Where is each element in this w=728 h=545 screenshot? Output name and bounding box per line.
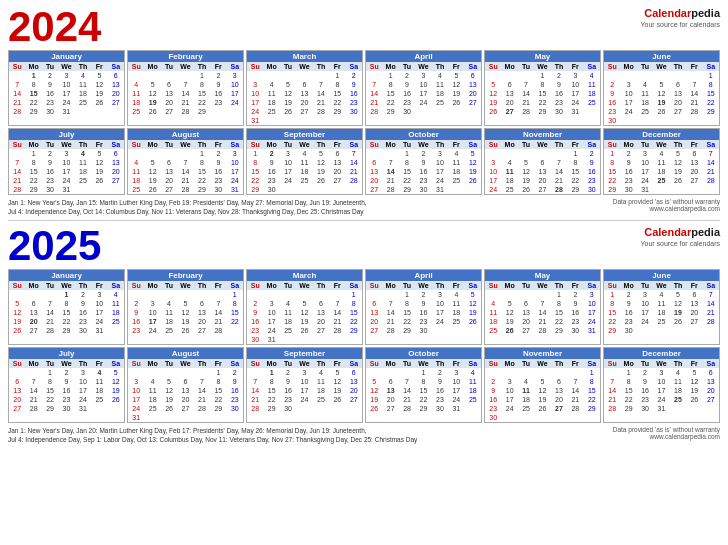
cal-day-empty (534, 290, 550, 299)
cal-day-empty (670, 71, 686, 80)
cal-header-july: July (9, 129, 124, 140)
cal-day: 15 (227, 308, 243, 317)
cal-day: 21 (177, 176, 193, 185)
day-header-sa: Sa (465, 140, 481, 149)
cal-day: 20 (518, 317, 534, 326)
cal-day: 4 (108, 290, 124, 299)
cal-day: 2 (128, 299, 144, 308)
cal-day: 15 (25, 167, 41, 176)
cal-day: 29 (399, 185, 415, 194)
day-header-th: Th (551, 140, 567, 149)
cal-day: 4 (432, 71, 448, 80)
cal-day: 8 (399, 299, 415, 308)
cal-day-empty (161, 71, 177, 80)
cal-day: 18 (108, 308, 124, 317)
cal-day: 29 (584, 404, 600, 413)
cal-day: 8 (247, 158, 263, 167)
cal-day: 2 (346, 71, 362, 80)
day-header-fr: Fr (210, 140, 226, 149)
cal-day: 7 (399, 377, 415, 386)
cal-day: 10 (485, 167, 501, 176)
cal-day: 13 (501, 89, 517, 98)
cal-day-empty (686, 71, 702, 80)
cal-day: 14 (604, 386, 620, 395)
cal-day: 12 (9, 308, 25, 317)
cal-day: 4 (75, 71, 91, 80)
day-header-tu: Tu (637, 140, 653, 149)
day-header-we: We (58, 62, 74, 71)
cal-day: 31 (58, 185, 74, 194)
cal-day: 8 (329, 80, 345, 89)
cal-day: 1 (604, 290, 620, 299)
cal-day: 30 (637, 404, 653, 413)
cal-day: 8 (567, 158, 583, 167)
cal-day: 11 (518, 386, 534, 395)
cal-day: 30 (567, 326, 583, 335)
cal-day: 16 (210, 89, 226, 98)
cal-day: 5 (465, 290, 481, 299)
cal-day: 7 (329, 299, 345, 308)
cal-header-october: October (366, 348, 481, 359)
cal-day: 10 (620, 89, 636, 98)
cal-2024-january: JanuarySuMoTuWeThFrSa 123456789101112131… (8, 50, 125, 126)
day-header-sa: Sa (227, 140, 243, 149)
cal-day: 15 (620, 386, 636, 395)
cal-day: 19 (670, 308, 686, 317)
day-header-mo: Mo (144, 140, 160, 149)
cal-day: 31 (448, 404, 464, 413)
cal-day-empty (567, 368, 583, 377)
cal-day: 19 (144, 98, 160, 107)
cal-day: 15 (703, 89, 719, 98)
cal-day: 15 (584, 386, 600, 395)
cal-day-empty (653, 71, 669, 80)
cal-day: 7 (9, 158, 25, 167)
cal-day: 30 (432, 404, 448, 413)
cal-day: 13 (551, 386, 567, 395)
cal-day: 11 (485, 308, 501, 317)
cal-day: 14 (177, 167, 193, 176)
cal-day: 10 (448, 377, 464, 386)
cal-day-empty (194, 290, 210, 299)
cal-day: 12 (296, 308, 312, 317)
cal-day: 3 (653, 368, 669, 377)
cal-day: 28 (177, 185, 193, 194)
cal-day: 30 (42, 185, 58, 194)
cal-day: 13 (465, 80, 481, 89)
cal-day: 15 (346, 308, 362, 317)
cal-day: 21 (703, 167, 719, 176)
cal-days-body: 1234567891011121314151617181920212223242… (9, 71, 124, 116)
cal-day: 14 (9, 167, 25, 176)
cal-2025-march: MarchSuMoTuWeThFrSa 12345678910111213141… (246, 269, 363, 345)
day-header-fr: Fr (329, 62, 345, 71)
cal-day-empty (128, 368, 144, 377)
cal-day: 26 (670, 317, 686, 326)
cal-day: 18 (448, 308, 464, 317)
cal-day: 9 (210, 80, 226, 89)
cal-day: 15 (210, 386, 226, 395)
cal-day: 6 (382, 377, 398, 386)
day-header-fr: Fr (329, 359, 345, 368)
cal-2024-october: OctoberSuMoTuWeThFrSa 123456789101112131… (365, 128, 482, 195)
cal-day: 19 (465, 167, 481, 176)
cal-day: 14 (382, 167, 398, 176)
cal-day: 25 (144, 404, 160, 413)
cal-day: 30 (227, 404, 243, 413)
cal-day: 4 (637, 80, 653, 89)
cal-day: 19 (177, 317, 193, 326)
cal-days-body: 1234567891011121314151617181920212223242… (366, 149, 481, 194)
cal-day: 24 (75, 395, 91, 404)
cal-day: 6 (518, 299, 534, 308)
cal-day: 24 (144, 326, 160, 335)
cal-day: 5 (161, 377, 177, 386)
cal-day: 2 (620, 290, 636, 299)
cal-day: 24 (432, 317, 448, 326)
cal-day: 25 (108, 317, 124, 326)
cal-day: 25 (448, 317, 464, 326)
cal-day: 29 (194, 185, 210, 194)
day-header-fr: Fr (210, 359, 226, 368)
cal-day: 7 (567, 377, 583, 386)
cal-day: 20 (551, 395, 567, 404)
cal-day: 28 (346, 176, 362, 185)
day-header-sa: Sa (227, 359, 243, 368)
cal-day: 31 (263, 335, 279, 344)
